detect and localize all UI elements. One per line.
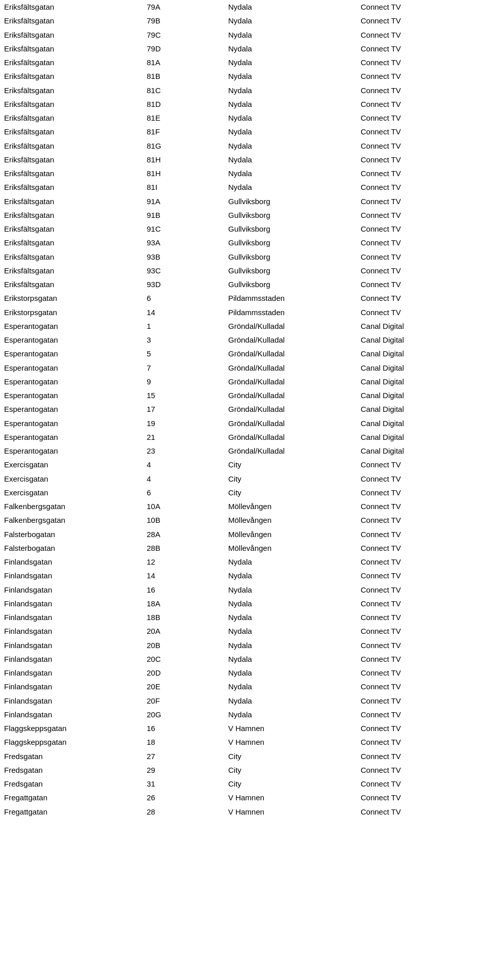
provider-cell: Connect TV [361,653,473,665]
provider-cell: Connect TV [361,85,473,96]
area-cell: V Hamnen [228,792,361,803]
table-row: Eriksfältsgatan81HNydalaConnect TV [0,153,489,166]
provider-cell: Connect TV [361,167,473,179]
number-cell: 93B [147,251,228,263]
provider-cell: Canal Digital [361,362,473,374]
provider-cell: Connect TV [361,681,473,692]
area-cell: Gullviksborg [228,278,361,290]
street-cell: Esperantogatan [4,348,147,359]
number-cell: 81D [147,98,228,110]
area-cell: Pildammsstaden [228,292,361,304]
table-row: Esperantogatan15Gröndal/KulladalCanal Di… [0,388,489,402]
provider-cell: Connect TV [361,709,473,720]
street-cell: Fregattgatan [4,806,147,818]
street-cell: Esperantogatan [4,362,147,374]
street-cell: Fredsgatan [4,764,147,776]
provider-cell: Connect TV [361,750,473,762]
table-row: Eriksfältsgatan81ENydalaConnect TV [0,111,489,125]
provider-cell: Connect TV [361,112,473,124]
number-cell: 79C [147,29,228,41]
number-cell: 81C [147,85,228,96]
area-cell: Nydala [228,681,361,692]
provider-cell: Connect TV [361,251,473,263]
number-cell: 17 [147,403,228,415]
street-cell: Eriksfältsgatan [4,195,147,207]
provider-cell: Connect TV [361,237,473,248]
table-row: Finlandsgatan20CNydalaConnect TV [0,652,489,666]
area-cell: V Hamnen [228,722,361,734]
area-cell: Gröndal/Kulladal [228,320,361,332]
table-row: Finlandsgatan20FNydalaConnect TV [0,694,489,708]
area-cell: Nydala [228,43,361,54]
table-row: Eriksfältsgatan81HNydalaConnect TV [0,166,489,180]
provider-cell: Connect TV [361,667,473,679]
street-cell: Eriksfältsgatan [4,237,147,248]
provider-cell: Connect TV [361,598,473,609]
street-cell: Finlandsgatan [4,709,147,720]
table-row: Esperantogatan9Gröndal/KulladalCanal Dig… [0,375,489,388]
number-cell: 4 [147,459,228,470]
street-cell: Fredsgatan [4,750,147,762]
number-cell: 16 [147,722,228,734]
area-cell: Nydala [228,653,361,665]
street-cell: Finlandsgatan [4,611,147,623]
street-cell: Eriksfältsgatan [4,70,147,82]
area-cell: Nydala [228,167,361,179]
street-cell: Esperantogatan [4,320,147,332]
area-cell: Nydala [228,70,361,82]
provider-cell: Canal Digital [361,417,473,429]
area-cell: Möllevången [228,514,361,526]
street-cell: Eriksfältsgatan [4,154,147,165]
table-row: Falsterbogatan28AMöllevångenConnect TV [0,527,489,541]
table-row: Esperantogatan17Gröndal/KulladalCanal Di… [0,402,489,416]
table-row: Falkenbergsgatan10BMöllevångenConnect TV [0,513,489,527]
street-cell: Finlandsgatan [4,653,147,665]
area-cell: Nydala [228,598,361,609]
number-cell: 27 [147,750,228,762]
number-cell: 28B [147,542,228,554]
area-cell: Nydala [228,112,361,124]
street-cell: Erikstorpsgatan [4,292,147,304]
area-cell: Möllevången [228,500,361,512]
provider-cell: Connect TV [361,570,473,581]
area-cell: Gullviksborg [228,209,361,221]
street-cell: Falsterbogatan [4,542,147,554]
table-row: Exercisgatan4CityConnect TV [0,472,489,486]
number-cell: 16 [147,584,228,596]
street-cell: Flaggskeppsgatan [4,722,147,734]
area-cell: Nydala [228,611,361,623]
number-cell: 10B [147,514,228,526]
table-row: Eriksfältsgatan79DNydalaConnect TV [0,42,489,55]
street-cell: Exercisgatan [4,473,147,485]
number-cell: 81H [147,154,228,165]
number-cell: 81G [147,140,228,152]
street-cell: Esperantogatan [4,376,147,387]
street-cell: Eriksfältsgatan [4,223,147,235]
street-cell: Eriksfältsgatan [4,265,147,276]
area-cell: Nydala [228,57,361,68]
number-cell: 79B [147,15,228,26]
area-cell: Gröndal/Kulladal [228,403,361,415]
provider-cell: Canal Digital [361,376,473,387]
number-cell: 20A [147,625,228,637]
area-cell: Gröndal/Kulladal [228,362,361,374]
area-cell: Nydala [228,625,361,637]
number-cell: 81I [147,181,228,193]
street-cell: Finlandsgatan [4,556,147,568]
number-cell: 15 [147,389,228,401]
area-cell: Nydala [228,85,361,96]
provider-cell: Connect TV [361,306,473,318]
provider-cell: Connect TV [361,528,473,540]
provider-cell: Connect TV [361,140,473,152]
table-row: Finlandsgatan20DNydalaConnect TV [0,666,489,680]
table-row: Eriksfältsgatan81CNydalaConnect TV [0,83,489,97]
area-cell: Nydala [228,570,361,581]
table-row: Esperantogatan1Gröndal/KulladalCanal Dig… [0,319,489,333]
area-cell: Gröndal/Kulladal [228,376,361,387]
street-cell: Eriksfältsgatan [4,126,147,137]
provider-cell: Connect TV [361,500,473,512]
provider-cell: Connect TV [361,639,473,651]
number-cell: 20E [147,681,228,692]
area-cell: Gullviksborg [228,237,361,248]
number-cell: 21 [147,431,228,443]
